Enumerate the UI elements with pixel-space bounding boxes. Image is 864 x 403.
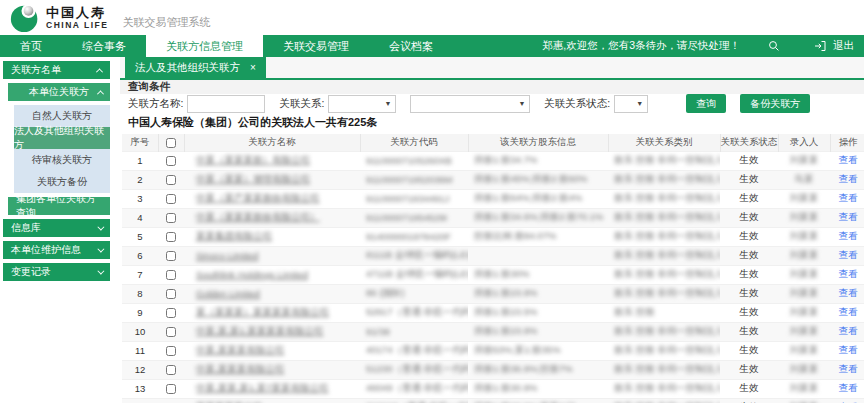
sidebar-item-own-unit-maintained-info[interactable]: 本单位维护信息 (3, 241, 110, 259)
party-name-cell[interactable]: Sinoco Limited (184, 246, 360, 265)
relation-status-cell: 生效 (720, 151, 778, 170)
party-name-cell[interactable]: 某某集团有限公司 (184, 227, 360, 246)
view-link[interactable]: 查看 (839, 344, 858, 355)
party-name-cell[interactable]: 中某（某某某股）有限公司 (184, 151, 360, 170)
row-checkbox-cell (158, 189, 184, 208)
app-header: 中国人寿 CHINA LIFE 关联交易管理系统 (0, 0, 864, 35)
row-checkbox[interactable] (166, 289, 176, 299)
party-name-cell[interactable]: 中某,某,某1,某某某某有限公司 (184, 322, 360, 341)
col-header-checkbox (158, 134, 184, 151)
sidebar-item-own-unit-related-party[interactable]: 本单位关联方 (8, 83, 110, 101)
table-row: 8 Golden Limited 86 (国际) 持股1:股23.9% 股东 控… (122, 284, 864, 303)
party-name-input[interactable] (187, 95, 265, 113)
col-header-category: 关联关系类别 (608, 134, 720, 151)
shareholder-info-cell: 持股1:股29.9%;某某2:比 (468, 398, 608, 403)
sidebar-item-party-backup[interactable]: 关联方备份 (14, 171, 110, 193)
view-link[interactable]: 查看 (839, 249, 858, 260)
row-checkbox[interactable] (166, 175, 176, 185)
view-link[interactable]: 查看 (839, 173, 858, 184)
party-name-cell[interactable]: 中某,某某某有限公司 (184, 341, 360, 360)
party-code-cell: 4711B 全球统一编码(LEI) (360, 265, 468, 284)
related-party-table-body: 1 中某（某某某股）有限公司 91100007105260XB 持股1:股34.… (122, 151, 864, 403)
shareholder-info-cell: 持股1:股45%;持股2:股60% (468, 170, 608, 189)
search-button[interactable] (768, 40, 784, 52)
backup-party-button[interactable]: 备份关联方 (740, 94, 810, 113)
view-link[interactable]: 查看 (839, 211, 858, 222)
party-name-cell[interactable]: 中某（某某某股份有限公司） (184, 208, 360, 227)
party-name-cell[interactable]: 中某,某某某有限公司 (184, 360, 360, 379)
party-name-cell[interactable]: 某（某某某）某某某某有限公司 (184, 303, 360, 322)
row-checkbox[interactable] (166, 270, 176, 280)
table-row: 5 某某集团有限公司 914000001978420F 控股比例:股84.07%… (122, 227, 864, 246)
shareholder-info-cell: 持股1:股34.6%;持股2:股70.1% (468, 208, 608, 227)
sidebar-item-change-records[interactable]: 变更记录 (3, 263, 110, 281)
sidebar-item-pending-review[interactable]: 待审核关联方 (14, 149, 110, 171)
sidebar-item-legal-person-orgs[interactable]: 法人及其他组织关联方 (14, 127, 110, 149)
view-link[interactable]: 查看 (839, 154, 858, 165)
col-header-code: 关联方代码 (360, 134, 468, 151)
relation-status-select[interactable]: ▼ (614, 95, 648, 113)
party-name-cell[interactable]: 中某（某产某某股份有限公司 (184, 189, 360, 208)
row-checkbox[interactable] (166, 308, 176, 318)
row-checkbox[interactable] (166, 384, 176, 394)
view-link[interactable]: 查看 (839, 230, 858, 241)
action-cell: 查看 (830, 303, 864, 322)
chevron-down-icon (97, 267, 104, 274)
view-link[interactable]: 查看 (839, 192, 858, 203)
view-link[interactable]: 查看 (839, 306, 858, 317)
view-link[interactable]: 查看 (839, 325, 858, 336)
relation-select[interactable]: ▼ (328, 95, 396, 113)
row-checkbox-cell (158, 265, 184, 284)
welcome-message: 郑惠,欢迎您，您有3条待办，请尽快处理！ (542, 39, 740, 53)
relation-status-cell: 生效 (720, 170, 778, 189)
row-checkbox[interactable] (166, 346, 176, 356)
close-icon[interactable]: × (250, 62, 256, 73)
party-name-cell[interactable]: 中某,某某,某1,某7某某有限公司 (184, 379, 360, 398)
row-checkbox[interactable] (166, 194, 176, 204)
row-checkbox[interactable] (166, 156, 176, 166)
row-number: 12 (122, 360, 158, 379)
view-link[interactable]: 查看 (839, 363, 858, 374)
nav-item-related-party-info[interactable]: 关联方信息管理 (146, 35, 263, 57)
party-name-cell[interactable]: 中某（某某）管理有限公司 (184, 170, 360, 189)
sidebar-item-label: 关联方备份 (37, 175, 87, 189)
operator-cell: 马某 (778, 170, 830, 189)
row-checkbox[interactable] (166, 213, 176, 223)
row-checkbox[interactable] (166, 232, 176, 242)
sidebar-item-group-unit-query[interactable]: 集团各单位关联方查询 (8, 197, 110, 215)
shareholder-info-cell (468, 246, 608, 265)
brand: 中国人寿 CHINA LIFE (46, 6, 108, 30)
tab-legal-person-orgs[interactable]: 法人及其他组织关联方 × (125, 57, 266, 78)
sidebar-item-info-library[interactable]: 信息库 (3, 219, 110, 237)
relation-status-cell: 生效 (720, 284, 778, 303)
nav-item-related-transactions[interactable]: 关联交易管理 (263, 35, 369, 57)
search-submit-button[interactable]: 查询 (686, 94, 726, 113)
relation-sub-select[interactable]: ▼ (410, 95, 530, 113)
row-checkbox[interactable] (166, 327, 176, 337)
row-checkbox-cell (158, 379, 184, 398)
action-cell: 查看 (830, 360, 864, 379)
relation-category-cell: 股东 控股 非同一控制法人 (608, 284, 720, 303)
sidebar-item-related-party-list[interactable]: 关联方名单 (3, 61, 110, 79)
party-code-cell: 86 (国际) (360, 284, 468, 303)
logout-button[interactable]: 退出 (814, 39, 854, 53)
search-icon (768, 40, 780, 52)
nav-item-meeting-archives[interactable]: 会议档案 (369, 35, 453, 57)
select-all-checkbox[interactable] (166, 138, 176, 148)
party-name-cell[interactable]: Golden Limited (184, 284, 360, 303)
row-checkbox[interactable] (166, 251, 176, 261)
party-name-cell[interactable]: Southlink Holdings Limited (184, 265, 360, 284)
row-checkbox[interactable] (166, 365, 176, 375)
party-code-cell: 46049（普通:非统一代码） (360, 379, 468, 398)
nav-item-home[interactable]: 首页 (0, 35, 62, 57)
view-link[interactable]: 查看 (839, 382, 858, 393)
sidebar-item-label: 关联方名单 (11, 63, 61, 77)
party-name-cell[interactable]: 某某某某某公司 (184, 398, 360, 403)
nav-item-general-affairs[interactable]: 综合事务 (62, 35, 146, 57)
china-life-logo-icon (10, 3, 40, 33)
view-link[interactable]: 查看 (839, 268, 858, 279)
table-row: 6 Sinoco Limited 8111B 全球统一编码(LEI) 股东 控股… (122, 246, 864, 265)
row-number: 4 (122, 208, 158, 227)
view-link[interactable]: 查看 (839, 287, 858, 298)
party-code-cell: 911000071934491J (360, 189, 468, 208)
